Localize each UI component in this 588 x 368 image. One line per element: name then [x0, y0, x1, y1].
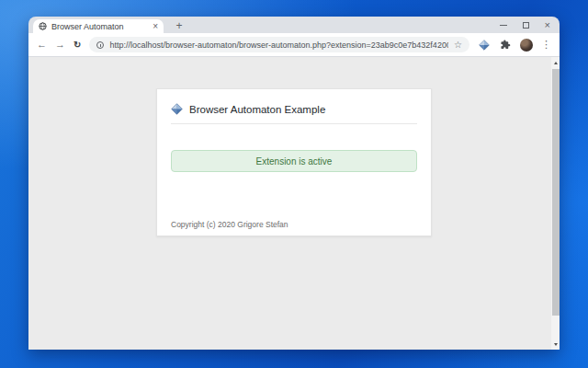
windows-desktop: Browser Automaton × + × ← → ↻ http://loc… — [0, 0, 588, 368]
header-divider — [171, 123, 417, 124]
forward-icon[interactable]: → — [55, 40, 65, 50]
extension-diamond-button[interactable] — [478, 40, 491, 51]
page-title: Browser Automaton Example — [189, 104, 325, 115]
scroll-up-icon — [554, 62, 558, 64]
maximize-icon[interactable] — [523, 22, 529, 29]
bookmark-star-icon[interactable]: ☆ — [454, 40, 462, 50]
scroll-up-button[interactable] — [551, 57, 560, 68]
content-card: Browser Automaton Example Extension is a… — [156, 88, 432, 236]
back-icon[interactable]: ← — [37, 40, 47, 50]
diamond-extension-icon — [479, 40, 490, 51]
new-tab-button[interactable]: + — [172, 19, 187, 33]
tab-title: Browser Automaton — [51, 22, 148, 31]
page-viewport: Browser Automaton Example Extension is a… — [28, 57, 560, 350]
profile-avatar[interactable] — [520, 39, 533, 52]
url-text[interactable]: http://localhost/browser-automaton/brows… — [109, 40, 448, 50]
status-alert-text: Extension is active — [256, 156, 333, 167]
tab-close-icon[interactable]: × — [153, 22, 158, 31]
status-alert: Extension is active — [171, 150, 417, 172]
scrollbar-thumb[interactable] — [552, 69, 560, 316]
copyright-text: Copyright (c) 2020 Grigore Stefan — [171, 220, 288, 229]
reload-icon[interactable]: ↻ — [74, 40, 81, 50]
window-controls: × — [500, 18, 550, 31]
diamond-logo-icon — [171, 103, 183, 115]
address-bar[interactable]: http://localhost/browser-automaton/brows… — [89, 37, 469, 52]
chrome-menu-icon[interactable]: ⋮ — [541, 40, 551, 50]
vertical-scrollbar[interactable] — [551, 57, 560, 350]
card-header: Browser Automaton Example — [157, 89, 431, 115]
tab-strip: Browser Automaton × + × — [28, 17, 560, 33]
window-close-icon[interactable]: × — [545, 20, 550, 30]
puzzle-icon — [501, 40, 511, 50]
browser-toolbar: ← → ↻ http://localhost/browser-automaton… — [28, 33, 560, 57]
browser-window: Browser Automaton × + × ← → ↻ http://loc… — [28, 17, 560, 350]
minimize-icon[interactable] — [500, 25, 507, 26]
extensions-menu-button[interactable] — [499, 40, 512, 50]
globe-favicon-icon — [39, 22, 47, 30]
tab-browser-automaton[interactable]: Browser Automaton × — [33, 19, 164, 33]
page-info-icon[interactable] — [96, 41, 104, 49]
scroll-down-button[interactable] — [551, 339, 560, 350]
scroll-down-icon — [554, 343, 558, 346]
